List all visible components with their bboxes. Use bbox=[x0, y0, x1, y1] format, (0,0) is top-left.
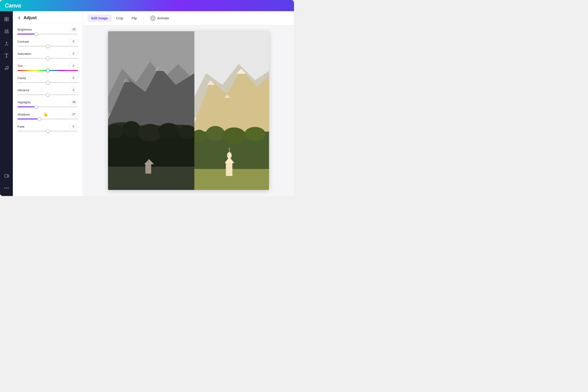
content-area: Edit image Crop Flip Animate bbox=[83, 11, 294, 196]
clarity-thumb[interactable] bbox=[46, 81, 50, 84]
panel-title: Adjust bbox=[24, 16, 37, 20]
tint-thumb[interactable] bbox=[46, 68, 50, 72]
saturation-label: Saturation bbox=[18, 52, 31, 56]
brightness-thumb[interactable] bbox=[34, 32, 38, 36]
canvas-area bbox=[83, 25, 294, 196]
clarity-slider-row: Clarity 0 bbox=[18, 76, 78, 83]
svg-point-21 bbox=[138, 124, 162, 142]
highlights-thumb[interactable] bbox=[34, 105, 38, 109]
svg-rect-2 bbox=[5, 19, 6, 21]
svg-point-22 bbox=[158, 123, 179, 138]
clarity-value[interactable]: 0 bbox=[69, 76, 78, 80]
contrast-value[interactable]: 0 bbox=[69, 39, 78, 44]
shadows-slider-row: Shadows -27 👆 bbox=[18, 112, 78, 120]
clarity-label: Clarity bbox=[18, 76, 26, 80]
svg-point-35 bbox=[206, 126, 225, 141]
image-left bbox=[108, 31, 194, 190]
fade-label: Fade bbox=[18, 125, 24, 128]
brightness-value[interactable]: -18 bbox=[69, 27, 78, 32]
tint-slider-row: Tint 0 bbox=[18, 64, 78, 71]
fade-track[interactable] bbox=[18, 131, 78, 132]
animate-label: Animate bbox=[157, 16, 169, 20]
saturation-value[interactable]: 0 bbox=[69, 51, 78, 56]
contrast-label: Contrast bbox=[18, 40, 29, 44]
svg-rect-39 bbox=[226, 163, 232, 176]
svg-point-9 bbox=[4, 188, 5, 188]
panel-content: Brightness -18 Contrast 0 bbox=[13, 23, 82, 196]
svg-point-4 bbox=[7, 30, 8, 31]
adjust-panel: Adjust Brightness -18 bbox=[13, 11, 83, 196]
vibrance-track[interactable] bbox=[18, 94, 78, 95]
saturation-slider-row: Saturation 0 bbox=[18, 51, 78, 59]
highlights-value[interactable]: -39 bbox=[69, 100, 78, 104]
fade-slider-row: Fade 0 bbox=[18, 124, 78, 132]
svg-point-37 bbox=[244, 127, 266, 141]
svg-point-11 bbox=[8, 188, 9, 188]
svg-rect-27 bbox=[148, 160, 149, 163]
animate-icon bbox=[150, 16, 156, 21]
shadows-track[interactable]: 👆 bbox=[18, 118, 78, 120]
panel-header: Adjust bbox=[13, 11, 82, 23]
svg-point-7 bbox=[7, 68, 8, 69]
brightness-slider-row: Brightness -18 bbox=[18, 27, 78, 34]
shadows-value[interactable]: -27 bbox=[69, 112, 78, 117]
svg-point-20 bbox=[122, 121, 141, 138]
highlights-track[interactable] bbox=[18, 106, 78, 107]
animate-button[interactable]: Animate bbox=[146, 14, 173, 23]
canva-logo: Canva bbox=[5, 2, 21, 9]
svg-point-41 bbox=[227, 152, 232, 159]
svg-rect-1 bbox=[7, 17, 8, 19]
tint-track[interactable] bbox=[18, 70, 78, 71]
sidebar-item-elements[interactable] bbox=[2, 26, 12, 36]
svg-point-6 bbox=[5, 68, 6, 70]
contrast-slider-row: Contrast 0 bbox=[18, 39, 78, 47]
sidebar-item-music[interactable] bbox=[2, 62, 12, 73]
svg-rect-8 bbox=[5, 174, 8, 177]
app-header: Canva bbox=[0, 0, 294, 11]
tab-crop[interactable]: Crop bbox=[112, 14, 127, 22]
vibrance-thumb[interactable] bbox=[46, 93, 50, 96]
sidebar-item-video[interactable] bbox=[2, 171, 12, 181]
contrast-thumb[interactable] bbox=[46, 44, 50, 48]
vibrance-value[interactable]: 0 bbox=[69, 88, 78, 92]
tint-value[interactable]: 0 bbox=[69, 64, 78, 68]
toolbar: Edit image Crop Flip Animate bbox=[83, 11, 294, 25]
image-right bbox=[194, 31, 269, 190]
contrast-track[interactable] bbox=[18, 46, 78, 47]
sidebar-item-grid[interactable] bbox=[2, 14, 12, 24]
svg-rect-0 bbox=[5, 17, 6, 19]
tab-flip[interactable]: Flip bbox=[128, 14, 141, 22]
shadows-thumb[interactable] bbox=[37, 117, 41, 121]
fade-thumb[interactable] bbox=[46, 129, 50, 133]
svg-point-10 bbox=[6, 188, 7, 188]
saturation-thumb[interactable] bbox=[46, 56, 50, 60]
svg-point-36 bbox=[222, 128, 246, 144]
svg-rect-3 bbox=[7, 19, 8, 21]
image-container bbox=[108, 31, 269, 190]
fade-value[interactable]: 0 bbox=[69, 124, 78, 129]
shadows-label: Shadows bbox=[18, 113, 30, 116]
vibrance-label: Vibrance bbox=[18, 88, 30, 92]
svg-rect-25 bbox=[145, 164, 151, 174]
saturation-track[interactable] bbox=[18, 58, 78, 59]
sidebar bbox=[0, 11, 13, 196]
tab-edit-image[interactable]: Edit image bbox=[88, 14, 112, 22]
back-button[interactable] bbox=[18, 16, 21, 20]
vibrance-slider-row: Vibrance 0 bbox=[18, 88, 78, 95]
brightness-label: Brightness bbox=[18, 28, 32, 31]
clarity-track[interactable] bbox=[18, 82, 78, 83]
toolbar-divider bbox=[144, 15, 144, 22]
highlights-label: Highlights bbox=[18, 100, 31, 104]
sidebar-item-text[interactable] bbox=[2, 50, 12, 61]
sidebar-item-upload[interactable] bbox=[2, 38, 12, 48]
tint-label: Tint bbox=[18, 64, 22, 68]
brightness-track[interactable] bbox=[18, 34, 78, 34]
svg-rect-5 bbox=[7, 32, 8, 33]
sidebar-item-more[interactable] bbox=[2, 183, 12, 193]
highlights-slider-row: Highlights -39 bbox=[18, 100, 78, 107]
